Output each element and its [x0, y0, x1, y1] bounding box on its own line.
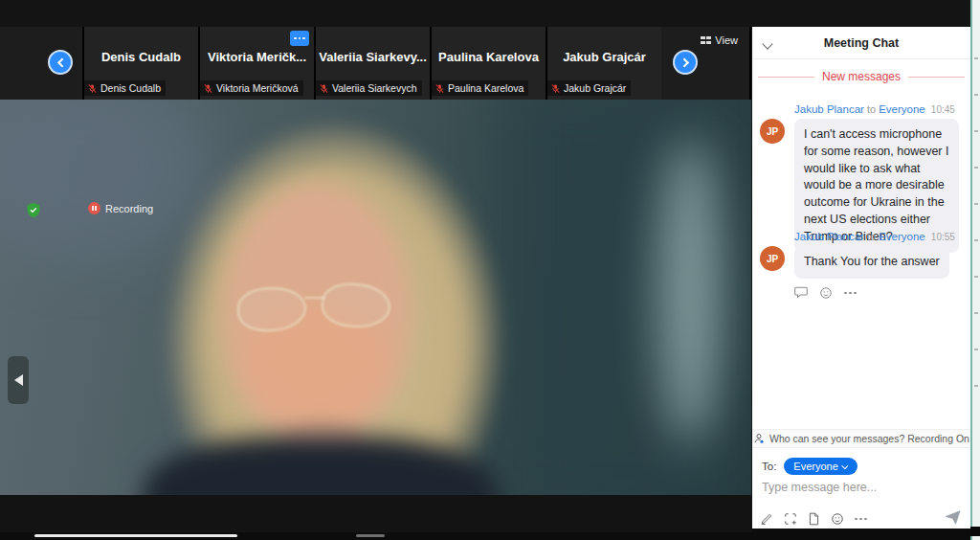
mic-muted-icon — [434, 83, 445, 94]
grid-view-icon — [701, 36, 712, 44]
tile-more-button[interactable] — [290, 31, 309, 46]
encryption-shield-icon[interactable] — [26, 202, 41, 218]
participant-name: Viktoria Meričk... — [200, 50, 314, 64]
participant-label: Paulina Karelova — [448, 82, 523, 94]
participant-tile[interactable]: Viktoria Meričk... Viktoria Meričková — [200, 27, 314, 100]
message-bubble: Thank You for the answer — [794, 246, 949, 279]
view-label: View — [715, 34, 738, 46]
message-time: 10:45 — [931, 104, 955, 115]
participant-name: Denis Cudalb — [84, 50, 198, 64]
recording-indicator[interactable]: Recording — [88, 202, 153, 214]
participant-label: Viktoria Meričková — [216, 82, 299, 94]
participant-tile[interactable]: Jakub Grajcár Jakub Grajcár — [547, 27, 661, 100]
participant-tile[interactable]: Denis Cudalb Denis Cudalb — [84, 27, 198, 100]
mic-muted-icon — [87, 83, 98, 94]
to-label: To: — [762, 461, 776, 472]
message-recipient[interactable]: Everyone — [879, 231, 925, 242]
message-recipient[interactable]: Everyone — [879, 103, 925, 115]
view-button[interactable]: View — [701, 34, 738, 46]
background-window-line — [356, 534, 385, 537]
message-time: 10:55 — [931, 232, 955, 242]
composer-toolbar — [760, 512, 867, 526]
collapse-panel-handle[interactable] — [8, 356, 29, 404]
mic-muted-icon — [550, 83, 561, 94]
new-messages-label: New messages — [822, 70, 901, 83]
chevron-left-icon — [56, 57, 66, 67]
background-window-edge — [970, 0, 980, 540]
mic-muted-icon — [319, 83, 329, 94]
message-sender[interactable]: Jakub Plancar — [794, 231, 864, 242]
triangle-left-icon — [14, 374, 23, 386]
reply-icon[interactable] — [794, 286, 808, 299]
filmstrip-scroll-left-tile — [0, 27, 82, 100]
main-video: Recording Maryna Bessonova — [0, 100, 751, 495]
more-actions-icon[interactable] — [844, 292, 857, 295]
recipient-row: To: Everyone — [762, 458, 858, 475]
participant-tile[interactable]: Valeriia Siarkevy... Valeriia Siarkevych — [316, 27, 430, 100]
participant-name: Valeriia Siarkevy... — [316, 50, 430, 64]
composer-more-icon[interactable] — [855, 518, 867, 521]
chevron-right-icon — [679, 57, 689, 67]
participant-tile[interactable]: Paulina Karelova Paulina Karelova — [432, 27, 546, 100]
privacy-notice-text: Who can see your messages? Recording On — [769, 433, 969, 444]
participant-label: Jakub Grajcár — [564, 82, 626, 94]
recording-label: Recording — [105, 203, 153, 214]
message-header: Jakub Plancar to Everyone 10:55 — [794, 231, 965, 242]
mic-muted-icon — [203, 83, 213, 94]
send-plane-icon — [945, 510, 961, 525]
participant-label: Denis Cudalb — [100, 82, 161, 94]
participant-label: Valeriia Siarkevych — [332, 82, 417, 94]
filmstrip-scroll-right-tile: View — [661, 27, 749, 100]
meeting-toolbar: Unmute Stop Video 24 Participants Chat — [0, 495, 752, 532]
meeting-chat-panel: Meeting Chat New messages JP Jakub Planc… — [752, 27, 970, 529]
message-header: Jakub Plancar to Everyone 10:45 — [794, 103, 965, 115]
participant-name: Paulina Karelova — [432, 50, 546, 64]
participant-filmstrip: Denis Cudalb Denis Cudalb Viktoria Merič… — [0, 27, 751, 100]
avatar: JP — [760, 119, 785, 144]
emoji-reaction-icon[interactable] — [819, 286, 833, 300]
video-background-blur — [0, 100, 211, 262]
recipient-selector[interactable]: Everyone — [784, 458, 857, 475]
message-actions — [794, 286, 965, 300]
background-window-edge — [970, 527, 980, 536]
background-window-line — [34, 534, 237, 537]
video-background-blur — [658, 138, 722, 444]
chat-title: Meeting Chat — [752, 36, 970, 50]
chat-message[interactable]: JP Jakub Plancar to Everyone 10:55 Thank… — [760, 231, 965, 300]
chat-message-input[interactable] — [762, 481, 958, 494]
zoom-meeting-window: Denis Cudalb Denis Cudalb Viktoria Merič… — [0, 0, 980, 540]
person-privacy-icon — [753, 433, 765, 444]
send-message-button[interactable] — [945, 510, 961, 525]
format-text-icon[interactable] — [760, 512, 773, 526]
participant-name: Jakub Grajcár — [547, 50, 661, 64]
speaker-glasses — [304, 297, 325, 299]
screenshot-icon[interactable] — [784, 512, 797, 526]
new-messages-divider: New messages — [752, 70, 970, 83]
top-black-bar — [0, 0, 970, 27]
chevron-down-icon — [841, 462, 848, 469]
scroll-left-button[interactable] — [48, 50, 73, 75]
message-sender[interactable]: Jakub Plancar — [794, 103, 864, 115]
recording-icon — [88, 202, 100, 214]
emoji-picker-icon[interactable] — [831, 512, 844, 526]
chat-header: Meeting Chat — [752, 27, 970, 59]
file-attach-icon[interactable] — [808, 512, 820, 526]
scroll-right-button[interactable] — [673, 50, 698, 75]
avatar: JP — [760, 246, 785, 271]
chat-privacy-notice[interactable]: Who can see your messages? Recording On — [752, 429, 970, 448]
